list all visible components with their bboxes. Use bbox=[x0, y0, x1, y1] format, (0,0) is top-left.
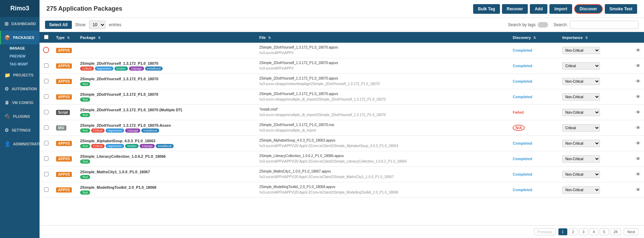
discovery-status: Completed bbox=[513, 172, 532, 176]
col-type[interactable]: Type ⇅ bbox=[53, 32, 77, 43]
sidebar-sub-manage[interactable]: Manage bbox=[0, 44, 40, 52]
row-checkbox[interactable] bbox=[44, 110, 48, 114]
row-checkbox[interactable] bbox=[44, 63, 48, 68]
sidebar-item-plugins[interactable]: 🔌 Plugins bbox=[0, 110, 40, 123]
importance-select[interactable]: Non-CriticalCriticalLowMediumHigh bbox=[562, 78, 600, 85]
package-tag: london bbox=[114, 66, 128, 71]
importance-select[interactable]: Non-CriticalCriticalLowMediumHigh bbox=[562, 93, 600, 101]
importance-select[interactable]: Non-CriticalCriticalLowMediumHigh bbox=[562, 155, 600, 163]
sidebar-sub-tag-mgmt[interactable]: Tag Mgmt bbox=[0, 60, 40, 68]
sidebar-item-projects[interactable]: 📁 Projects bbox=[0, 68, 40, 82]
view-icon[interactable]: 👁 bbox=[636, 172, 641, 177]
page-2-button[interactable]: 2 bbox=[569, 228, 578, 235]
sidebar-item-automation[interactable]: ⚙ Automation bbox=[0, 82, 40, 96]
type-badge: APPVS bbox=[56, 141, 72, 146]
importance-select[interactable]: Non-CriticalCriticalLowMediumHigh bbox=[562, 124, 600, 132]
view-icon[interactable]: 👁 bbox=[636, 94, 641, 100]
add-button[interactable]: Add bbox=[530, 4, 547, 14]
file-main: 2Simple_2DoItYourself_1.3.172_P1.0_18070… bbox=[259, 45, 506, 50]
package-tag: regression bbox=[106, 128, 124, 133]
file-sub: \\v3-sccm\APPs\APPV bbox=[259, 50, 506, 56]
package-name: 2Simple_ModellingToolkit_2.0_P1.0_18068 bbox=[80, 185, 252, 189]
page-title: 275 Application Packages bbox=[46, 5, 122, 12]
discovery-status: Failed bbox=[513, 110, 524, 114]
view-icon[interactable]: 👁 bbox=[636, 125, 641, 131]
table-row: APPVS2Simple_ModellingToolkit_2.0_P1.0_1… bbox=[40, 182, 644, 198]
row-checkbox[interactable] bbox=[44, 79, 48, 83]
type-badge: APPVS bbox=[56, 187, 72, 193]
page-28-button[interactable]: 28 bbox=[610, 228, 621, 235]
discovery-status: Completed bbox=[513, 64, 532, 68]
file-sub: \\v3-sccm-cb\apps\multiple_dt_import\2Si… bbox=[259, 112, 506, 118]
discovery-status: Completed bbox=[513, 141, 532, 145]
file-sub: \\v3-sccm\APPs\APPV bbox=[259, 66, 506, 71]
select-all-button[interactable]: Select All bbox=[45, 21, 72, 29]
view-icon[interactable]: 👁 bbox=[636, 187, 641, 193]
row-checkbox[interactable] bbox=[44, 94, 48, 99]
col-importance[interactable]: Importance ⇅ bbox=[559, 32, 632, 43]
view-icon[interactable]: 👁 bbox=[636, 63, 641, 69]
row-checkbox-circle[interactable] bbox=[43, 47, 49, 53]
importance-select[interactable]: Non-CriticalCriticalLowMediumHigh bbox=[562, 171, 600, 178]
type-badge: Script bbox=[56, 110, 70, 115]
sidebar-item-administration[interactable]: 👤 Administration bbox=[0, 137, 40, 151]
row-checkbox[interactable] bbox=[44, 172, 48, 176]
col-package[interactable]: Package ⇅ bbox=[77, 32, 256, 43]
file-sub: \\v3-sccm-cb\apps\newvrtestpkgs\2Simple_… bbox=[259, 81, 506, 87]
page-5-button[interactable]: 5 bbox=[600, 228, 609, 235]
view-icon[interactable]: 👁 bbox=[636, 110, 641, 115]
projects-icon: 📁 bbox=[4, 72, 10, 78]
col-discovery[interactable]: Discovery ⇅ bbox=[509, 32, 559, 43]
page-4-button[interactable]: 4 bbox=[589, 228, 598, 235]
header-checkbox[interactable] bbox=[44, 35, 48, 39]
row-checkbox[interactable] bbox=[44, 125, 48, 130]
importance-select[interactable]: Non-CriticalCriticalLowMediumHigh bbox=[562, 109, 600, 116]
view-icon[interactable]: 👁 bbox=[636, 79, 641, 84]
admin-icon: 👤 bbox=[4, 141, 10, 147]
view-icon[interactable]: 👁 bbox=[636, 141, 641, 146]
importance-select[interactable]: Non-CriticalCriticalLowMediumHigh bbox=[562, 47, 600, 54]
package-tag: london bbox=[125, 144, 139, 148]
package-name: 2Simple_2DoItYourself_1.3.172_P1.0_18070… bbox=[80, 123, 252, 127]
file-main: 2Simple_MathsCity1_1.0.0_P1.0_18067.appv… bbox=[259, 169, 506, 174]
type-badge: APPVS bbox=[56, 94, 72, 100]
view-icon[interactable]: 👁 bbox=[636, 48, 641, 53]
package-tag: Critical bbox=[91, 128, 105, 133]
bulk-tag-button[interactable]: Bulk Tag bbox=[473, 4, 500, 14]
sidebar-sub-preview[interactable]: Preview bbox=[0, 52, 40, 60]
row-checkbox[interactable] bbox=[44, 187, 48, 192]
next-button[interactable]: Next bbox=[624, 228, 638, 235]
row-checkbox[interactable] bbox=[44, 156, 48, 161]
sidebar-item-dashboard[interactable]: ⊞ Dashboard bbox=[0, 17, 40, 31]
discover-button[interactable]: Discover bbox=[574, 4, 603, 14]
entries-select[interactable]: 10 25 50 bbox=[89, 21, 106, 29]
col-file[interactable]: File ⇅ bbox=[256, 32, 509, 43]
sidebar-label-settings: Settings bbox=[12, 128, 31, 132]
app-logo: Rimo3 bbox=[0, 0, 40, 17]
importance-select[interactable]: Non-CriticalCriticalLowMediumHigh bbox=[562, 62, 600, 70]
page-3-button[interactable]: 3 bbox=[579, 228, 588, 235]
recover-button[interactable]: Recover bbox=[502, 4, 528, 14]
row-checkbox[interactable] bbox=[44, 141, 48, 145]
import-button[interactable]: Import bbox=[549, 4, 572, 14]
entries-label: entries bbox=[109, 22, 121, 27]
page-1-button[interactable]: 1 bbox=[558, 228, 567, 235]
search-by-tags-toggle[interactable] bbox=[538, 22, 548, 28]
file-main: 2Simple_LiteracyCollection_1.0.6.2_P1.0_… bbox=[259, 153, 506, 159]
file-sub: \\v3-sccm-cb\apps\multiple_dt_import\2Si… bbox=[259, 97, 506, 102]
package-name: 2Simple_LiteracyCollection_1.0.6.2_P1.0_… bbox=[80, 154, 252, 158]
sidebar-item-packages[interactable]: 📦 Packages bbox=[0, 31, 40, 44]
smoke-test-button[interactable]: Smoke Test bbox=[605, 4, 637, 14]
sidebar-item-settings[interactable]: ⚙ Settings bbox=[0, 123, 40, 137]
file-main: 2Simple_2DoItYourself_1.3.172_P1.0_18070… bbox=[259, 91, 506, 97]
sidebar-item-vmconfig[interactable]: 🖥 VM Config bbox=[0, 96, 40, 110]
search-input[interactable] bbox=[570, 21, 638, 29]
importance-select[interactable]: Non-CriticalCriticalLowMediumHigh bbox=[562, 140, 600, 147]
view-icon[interactable]: 👁 bbox=[636, 156, 641, 162]
prev-button[interactable]: Previous bbox=[534, 228, 556, 235]
automation-icon: ⚙ bbox=[4, 86, 9, 92]
importance-select[interactable]: Non-CriticalCriticalLowMediumHigh bbox=[562, 186, 600, 194]
table-row: APPVS2Simple_2DoItYourself_1.3.172_P1.0_… bbox=[40, 89, 644, 105]
sidebar-label-automation: Automation bbox=[12, 87, 37, 91]
packages-icon: 📦 bbox=[4, 35, 10, 40]
